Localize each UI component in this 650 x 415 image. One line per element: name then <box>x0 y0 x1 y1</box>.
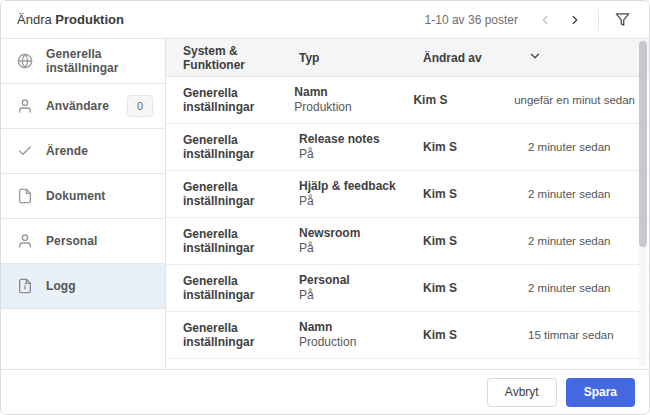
prev-page-button[interactable] <box>532 7 558 33</box>
cell-typ-title: Newsroom <box>299 226 423 241</box>
document-info-icon <box>17 278 33 294</box>
filter-funnel-icon <box>615 12 630 27</box>
sidebar-item-label: Logg <box>46 279 153 293</box>
cell-time: ungefär en minut sedan <box>514 94 649 106</box>
titlebar-actions: 1-10 av 36 poster <box>425 7 635 33</box>
titlebar: Ändra Produktion 1-10 av 36 poster <box>1 1 649 39</box>
sidebar-item-label: Dokument <box>46 189 153 203</box>
cell-time: 2 minuter sedan <box>528 235 649 247</box>
table-row: Generella inställningar Hjälp & feedback… <box>166 171 649 218</box>
cell-typ-title: Hjälp & feedback <box>299 179 423 194</box>
cell-andrad-av: Kim S <box>423 328 528 342</box>
next-page-button[interactable] <box>562 7 588 33</box>
user-icon <box>17 233 33 249</box>
globe-icon <box>17 53 33 69</box>
sidebar-item-arende[interactable]: Ärende <box>1 129 165 174</box>
table-row: Generella inställningar Namn Produktion … <box>166 77 649 124</box>
log-table-header: System & Funktioner Typ Ändrad av <box>166 39 649 77</box>
cell-typ-value: På <box>299 147 423 162</box>
cell-system: Generella inställningar <box>183 180 299 208</box>
cell-andrad-av: Kim S <box>413 93 514 107</box>
cell-typ-value: Production <box>299 335 423 350</box>
table-row: Generella inställningar Release notes På… <box>166 124 649 171</box>
sidebar-item-anvandare[interactable]: Användare 0 <box>1 84 165 129</box>
user-icon <box>17 98 33 114</box>
pagination-label: 1-10 av 36 poster <box>425 13 518 27</box>
column-header-time <box>528 49 649 66</box>
filter-button[interactable] <box>609 7 635 33</box>
table-row-partial <box>166 359 649 369</box>
scrollbar-thumb[interactable] <box>639 41 647 247</box>
sidebar-item-personal[interactable]: Personal <box>1 219 165 264</box>
table-scrollbar[interactable] <box>639 41 647 367</box>
users-count-badge: 0 <box>127 95 153 117</box>
dialog-body: Generella inställningar Användare 0 Ären… <box>1 39 649 369</box>
check-icon <box>17 143 33 159</box>
cell-typ: Personal På <box>299 273 423 303</box>
cell-typ-value: På <box>299 288 423 303</box>
cell-system: Generella inställningar <box>183 133 299 161</box>
edit-production-dialog: Ändra Produktion 1-10 av 36 poster <box>0 0 650 415</box>
table-row: Generella inställningar Namn Production … <box>166 312 649 359</box>
cell-typ: Namn Production <box>299 320 423 350</box>
log-table-panel: System & Funktioner Typ Ändrad av Genere… <box>166 39 649 369</box>
sidebar-item-generella-installningar[interactable]: Generella inställningar <box>1 39 165 84</box>
cell-typ-title: Release notes <box>299 132 423 147</box>
titlebar-divider <box>598 9 599 31</box>
chevron-left-icon <box>538 13 552 27</box>
cell-typ-title: Personal <box>299 273 423 288</box>
cell-andrad-av: Kim S <box>423 140 528 154</box>
cell-typ-value: På <box>299 194 423 209</box>
document-icon <box>17 188 33 204</box>
cell-system: Generella inställningar <box>183 321 299 349</box>
cell-andrad-av: Kim S <box>423 187 528 201</box>
sidebar-item-dokument[interactable]: Dokument <box>1 174 165 219</box>
cell-system: Generella inställningar <box>183 274 299 302</box>
cell-time: 15 timmar sedan <box>528 329 649 341</box>
cell-andrad-av: Kim S <box>423 234 528 248</box>
column-header-typ: Typ <box>299 51 423 65</box>
sort-chevron-down-icon[interactable] <box>528 49 542 66</box>
settings-sidebar: Generella inställningar Användare 0 Ären… <box>1 39 166 369</box>
cell-typ-value: Produktion <box>294 100 413 115</box>
page-title-prefix: Ändra <box>17 12 52 27</box>
table-row: Generella inställningar Newsroom På Kim … <box>166 218 649 265</box>
cell-typ: Hjälp & feedback På <box>299 179 423 209</box>
cell-andrad-av: Kim S <box>423 281 528 295</box>
cell-time: 2 minuter sedan <box>528 141 649 153</box>
cell-time: 2 minuter sedan <box>528 282 649 294</box>
sidebar-item-label: Generella inställningar <box>46 47 153 75</box>
table-row: Generella inställningar Personal På Kim … <box>166 265 649 312</box>
cell-typ: Namn Produktion <box>294 85 413 115</box>
chevron-right-icon <box>568 13 582 27</box>
sidebar-item-label: Användare <box>46 99 114 113</box>
dialog-footer: Avbryt Spara <box>1 369 649 414</box>
cell-typ: Newsroom På <box>299 226 423 256</box>
page-title: Ändra Produktion <box>17 12 124 27</box>
sidebar-item-label: Ärende <box>46 144 153 158</box>
sidebar-item-logg[interactable]: Logg <box>1 264 165 309</box>
sidebar-item-label: Personal <box>46 234 153 248</box>
cell-system: Generella inställningar <box>183 227 299 255</box>
cancel-button[interactable]: Avbryt <box>487 378 557 407</box>
cell-typ-title: Namn <box>299 320 423 335</box>
log-table-rows: Generella inställningar Namn Produktion … <box>166 77 649 369</box>
save-button[interactable]: Spara <box>566 378 635 407</box>
cell-typ-value: På <box>299 241 423 256</box>
cell-system: Generella inställningar <box>183 86 294 114</box>
page-title-name: Produktion <box>55 12 124 27</box>
column-header-system: System & Funktioner <box>183 44 299 72</box>
column-header-andrad-av: Ändrad av <box>423 51 528 65</box>
cell-time: 2 minuter sedan <box>528 188 649 200</box>
cell-typ: Release notes På <box>299 132 423 162</box>
cell-typ-title: Namn <box>294 85 413 100</box>
